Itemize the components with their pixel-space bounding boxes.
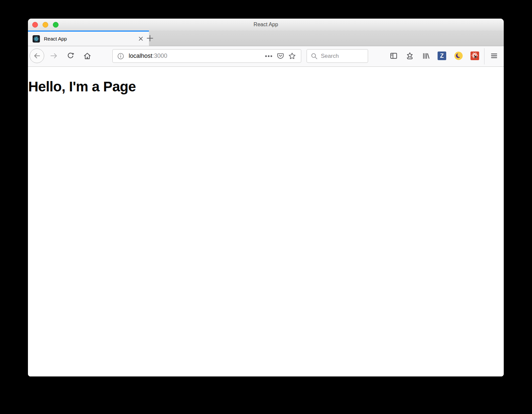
page-actions-dots-icon[interactable]: [264, 51, 274, 61]
tab-bar: React App: [28, 31, 504, 46]
reload-icon: [66, 52, 74, 60]
react-favicon-icon: [33, 35, 40, 43]
zoom-window-button[interactable]: [53, 22, 59, 28]
back-arrow-icon: [33, 52, 41, 60]
reload-button[interactable]: [66, 51, 75, 61]
magnifier-icon: [311, 53, 318, 59]
sidebar-icon: [390, 52, 398, 60]
url-bar[interactable]: localhost:3000: [112, 49, 301, 63]
bookmarks-menu-button[interactable]: [405, 51, 415, 61]
react-devtools-icon: [470, 52, 479, 60]
navigation-toolbar: localhost:3000: [28, 46, 504, 67]
night-mode-moon-icon: [454, 52, 463, 60]
hamburger-menu-icon: [490, 52, 498, 60]
pocket-icon[interactable]: [275, 51, 285, 61]
info-icon[interactable]: [117, 53, 124, 59]
page-heading: Hello, I'm a Page: [28, 79, 504, 95]
search-input[interactable]: Search: [307, 49, 368, 63]
url-port: :3000: [152, 52, 167, 59]
url-host: localhost: [129, 52, 152, 59]
home-button[interactable]: [82, 51, 92, 61]
page-content: Hello, I'm a Page: [28, 67, 504, 376]
night-mode-extension-button[interactable]: [454, 51, 464, 61]
title-bar: React App: [28, 19, 504, 31]
close-window-button[interactable]: [32, 22, 38, 28]
window-title: React App: [254, 22, 278, 28]
library-icon: [422, 52, 430, 60]
forward-button[interactable]: [49, 51, 59, 61]
react-devtools-extension-button[interactable]: [470, 51, 480, 61]
search-placeholder: Search: [321, 53, 339, 59]
home-icon: [83, 52, 91, 60]
menu-button[interactable]: [489, 51, 499, 61]
minimize-window-button[interactable]: [43, 22, 48, 28]
back-button[interactable]: [30, 49, 44, 63]
tab-react-app[interactable]: React App: [28, 31, 149, 46]
sidebar-button[interactable]: [389, 51, 399, 61]
toolbar-separator: [484, 48, 484, 64]
browser-window: React App React App: [28, 19, 504, 376]
bookmarks-menu-star-icon: [406, 52, 414, 60]
traffic-lights: [32, 19, 59, 31]
bookmark-star-icon[interactable]: [287, 51, 297, 61]
forward-arrow-icon: [50, 52, 58, 60]
zotero-extension-button[interactable]: Z: [437, 51, 447, 61]
new-tab-plus-icon[interactable]: [145, 31, 155, 46]
library-button[interactable]: [421, 51, 431, 61]
url-text[interactable]: localhost:3000: [129, 52, 262, 59]
zotero-icon: Z: [438, 52, 446, 60]
tab-title: React App: [44, 36, 136, 42]
tab-close-icon[interactable]: [136, 35, 145, 43]
